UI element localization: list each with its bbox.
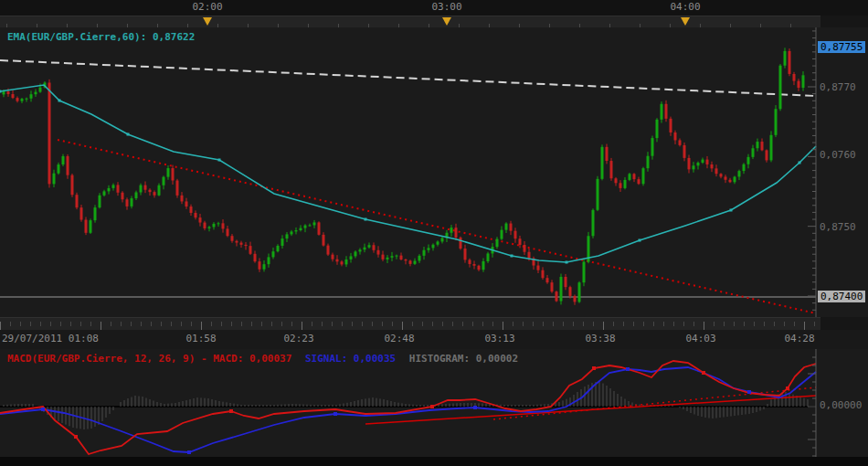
candle-body (775, 109, 778, 135)
candle-body (592, 210, 595, 236)
macd-marker (430, 405, 434, 408)
candle-body (391, 256, 394, 258)
candle-body (373, 245, 376, 250)
candle-body (131, 198, 133, 207)
candle-body (674, 132, 677, 140)
ema-indicator-label: EMA(EUR/GBP.Cierre,60): 0,87622 (7, 31, 195, 43)
candle-body (103, 191, 106, 195)
candle-body (263, 264, 266, 270)
candle-body (615, 178, 618, 183)
candle-body (368, 245, 371, 247)
candle-body (665, 104, 668, 119)
candle-body (702, 160, 704, 163)
candle-body (601, 147, 604, 179)
candle-body (62, 156, 65, 164)
candle-body (345, 259, 348, 265)
hour-marker-icon[interactable] (442, 17, 451, 26)
macd-indicator-label: MACD(EUR/GBP.Cierre, 12, 26, 9) - MACD: … (7, 353, 518, 365)
candle-body (268, 257, 270, 264)
candle-body (213, 224, 216, 228)
hour-marker-icon[interactable] (203, 17, 212, 26)
candle-body (135, 193, 138, 199)
candle-body (249, 246, 252, 254)
candle-body (158, 185, 161, 196)
macd-marker (786, 387, 789, 390)
candle-body (720, 174, 723, 176)
candle-body (789, 51, 791, 74)
ema-marker (799, 162, 801, 164)
time-tick-label: 01:58 (185, 333, 216, 344)
candle-body (423, 250, 426, 256)
ema-marker (218, 159, 221, 162)
descending-trendline (58, 140, 816, 313)
hour-marker-icon[interactable] (681, 17, 690, 26)
ema-marker (0, 90, 2, 93)
macd-marker (702, 371, 705, 375)
candle-body (779, 66, 782, 110)
candle-body (505, 224, 508, 230)
candle-body (514, 231, 517, 239)
macd-panel[interactable] (0, 349, 868, 457)
candle-body (117, 185, 120, 192)
candle-body (400, 256, 403, 259)
signal-line (0, 367, 816, 452)
candle-body (58, 164, 60, 174)
candle-body (53, 174, 56, 185)
candle-body (725, 176, 727, 179)
candle-body (396, 256, 398, 257)
candle-body (313, 222, 316, 225)
candlestick-chart[interactable] (0, 27, 868, 317)
candle-body (153, 192, 156, 196)
candle-body (195, 213, 197, 217)
candle-body (254, 254, 257, 261)
candle-body (16, 98, 19, 101)
candle-body (76, 195, 79, 207)
price-chart-area[interactable] (0, 27, 868, 317)
candle-body (683, 145, 686, 158)
candle-body (122, 193, 124, 199)
candle-body (12, 94, 15, 98)
candle-body (496, 239, 499, 248)
candle-body (478, 266, 481, 270)
histogram-value-label: HISTOGRAM: 0,00002 (409, 353, 518, 365)
candle-body (21, 99, 24, 101)
candle-body (26, 99, 28, 100)
ema-line (0, 85, 816, 262)
candle-body (469, 259, 471, 264)
macd-chart[interactable] (0, 349, 868, 457)
candle-body (291, 231, 293, 234)
candle-body (441, 238, 444, 241)
candle-body (629, 174, 631, 180)
candle-body (227, 228, 229, 236)
candle-body (574, 296, 577, 302)
candle-body (738, 171, 741, 176)
candle-body (327, 246, 330, 255)
candle-body (149, 190, 152, 192)
price-tick-label: 0,8770 (820, 81, 856, 93)
candle-body (259, 261, 261, 270)
candle-body (418, 256, 421, 261)
candle-body (309, 225, 312, 226)
candle-body (414, 260, 417, 263)
price-tick-label: 0,8750 (820, 221, 856, 233)
candle-body (208, 227, 211, 228)
candle-body (39, 88, 42, 92)
candle-body (761, 142, 764, 150)
candle-body (240, 243, 243, 245)
candle-body (711, 164, 714, 168)
candle-body (167, 168, 170, 177)
candle-body (236, 241, 238, 243)
candle-body (163, 177, 165, 185)
candle-body (455, 228, 458, 238)
candle-body (565, 277, 567, 287)
candle-body (537, 266, 540, 270)
ema-marker (566, 261, 568, 264)
candle-body (80, 207, 83, 219)
candle-body (304, 226, 307, 228)
candle-body (642, 168, 645, 184)
candle-body (386, 258, 389, 259)
ema-marker (127, 133, 130, 136)
candle-body (428, 248, 430, 249)
signal-marker (473, 406, 477, 409)
candle-body (336, 259, 339, 262)
